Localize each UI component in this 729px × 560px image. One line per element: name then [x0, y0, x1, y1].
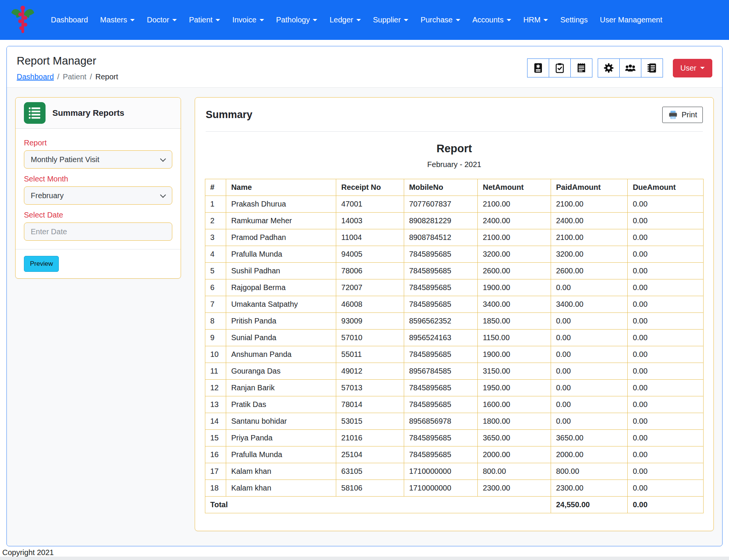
table-row: 17Kalam khan631051710000000800.00800.000… [205, 463, 704, 480]
user-dropdown-button[interactable]: User [673, 59, 712, 77]
table-row: 18Kalam khan5810617100000002300.002300.0… [205, 480, 704, 497]
table-header-cell: PaidAmount [551, 179, 628, 196]
breadcrumb: Dashboard/Patient/Report [17, 73, 118, 81]
journal-medical-icon[interactable] [527, 58, 549, 77]
top-navbar: DashboardMastersDoctorPatientInvoicePath… [0, 0, 729, 40]
table-row: 10Anshuman Panda5501178458956851900.000.… [205, 346, 704, 363]
table-cell: 58106 [336, 480, 404, 497]
chevron-down-icon [216, 19, 220, 21]
table-cell: 7077607837 [404, 196, 477, 213]
ledger-book-icon[interactable] [641, 58, 663, 77]
chevron-down-icon [172, 19, 177, 21]
month-select[interactable]: Frebruary [24, 186, 172, 205]
table-cell: 1900.00 [478, 279, 551, 296]
users-icon[interactable] [619, 58, 641, 77]
nav-item-hrm[interactable]: HRM [517, 12, 554, 28]
table-cell: 0.00 [628, 363, 704, 380]
table-cell: 1900.00 [478, 346, 551, 363]
table-cell: 0.00 [628, 213, 704, 229]
table-cell: 0.00 [628, 196, 704, 213]
table-cell: 7845895685 [404, 396, 477, 413]
table-cell: 1600.00 [478, 396, 551, 413]
report-table: #NameReceipt NoMobileNoNetAmountPaidAmou… [205, 179, 704, 513]
table-cell: 0.00 [551, 413, 628, 430]
table-cell: Prafulla Munda [226, 246, 336, 263]
table-cell: 57010 [336, 330, 404, 346]
table-cell: 57013 [336, 380, 404, 396]
table-cell: 46008 [336, 296, 404, 313]
breadcrumb-report: Report [95, 73, 118, 81]
table-row: 2Ramkumar Meher1400389082812292400.00240… [205, 213, 704, 229]
table-cell: 7845895685 [404, 296, 477, 313]
print-button[interactable]: Print [662, 107, 703, 123]
nav-item-doctor[interactable]: Doctor [141, 12, 183, 28]
printer-icon [668, 110, 678, 120]
table-row: 16Prafulla Munda2510478458956852000.0020… [205, 446, 704, 463]
summary-report-card: Summary Print Report February - 2021 [195, 97, 714, 531]
nav-item-masters[interactable]: Masters [94, 12, 141, 28]
table-cell: 8956524163 [404, 330, 477, 346]
table-cell: 2300.00 [478, 480, 551, 497]
table-cell: 800.00 [478, 463, 551, 480]
table-row: 8Pritish Panda9300985965623521850.000.00… [205, 313, 704, 330]
table-cell: 0.00 [551, 363, 628, 380]
breadcrumb-dashboard-link[interactable]: Dashboard [17, 73, 54, 81]
table-cell: 55011 [336, 346, 404, 363]
table-cell: 11 [205, 363, 226, 380]
table-cell: 7845895685 [404, 380, 477, 396]
clipboard-check-icon[interactable] [549, 58, 571, 77]
table-cell: 4 [205, 246, 226, 263]
table-cell: 2000.00 [551, 446, 628, 463]
chevron-down-icon [313, 19, 317, 21]
table-cell: Kalam khan [226, 480, 336, 497]
table-cell: 0.00 [628, 279, 704, 296]
table-row: 6Rajgopal Berma7200778458956851900.000.0… [205, 279, 704, 296]
table-cell: 2400.00 [551, 213, 628, 229]
table-header-cell: NetAmount [478, 179, 551, 196]
summary-reports-form: Report Monthly Patient Visit Select Mont… [16, 129, 181, 249]
table-row: 9Sunial Panda5701089565241631150.000.000… [205, 330, 704, 346]
table-cell: 0.00 [628, 229, 704, 246]
nav-item-dashboard[interactable]: Dashboard [45, 12, 94, 28]
table-cell: 7845895685 [404, 263, 477, 279]
table-cell: 0.00 [628, 246, 704, 263]
chevron-down-icon [456, 19, 460, 21]
table-row: 13Pratik Das7801478458956851600.000.000.… [205, 396, 704, 413]
page-title: Report Manager [17, 55, 118, 67]
nav-item-ledger[interactable]: Ledger [323, 12, 367, 28]
summary-title: Summary [206, 109, 252, 121]
nav-item-patient[interactable]: Patient [183, 12, 226, 28]
chevron-down-icon [130, 19, 135, 21]
nav-item-invoice[interactable]: Invoice [226, 12, 270, 28]
table-cell: 13 [205, 396, 226, 413]
date-input[interactable] [24, 222, 172, 241]
summary-reports-footer: Preview [16, 249, 181, 278]
content-area: Summary Reports Report Monthly Patient V… [7, 88, 722, 541]
table-cell: 7845895685 [404, 446, 477, 463]
table-cell: 9 [205, 330, 226, 346]
table-row: 5Sushil Padhan7800678458956852600.002600… [205, 263, 704, 279]
nav-item-accounts[interactable]: Accounts [466, 12, 517, 28]
table-row: 7Umakanta Satpathy4600878458956853400.00… [205, 296, 704, 313]
gear-icon[interactable] [598, 58, 620, 77]
table-cell: 0.00 [628, 263, 704, 279]
total-due-amount: 0.00 [628, 497, 704, 513]
report-select[interactable]: Monthly Patient Visit [24, 150, 172, 169]
table-cell: 18 [205, 480, 226, 497]
nav-item-supplier[interactable]: Supplier [367, 12, 414, 28]
nav-item-settings[interactable]: Settings [554, 12, 594, 28]
table-cell: 78014 [336, 396, 404, 413]
table-header-cell: # [205, 179, 226, 196]
print-button-label: Print [682, 110, 697, 119]
nav-item-pathology[interactable]: Pathology [270, 12, 324, 28]
nav-item-user-management[interactable]: User Management [594, 12, 669, 28]
table-header-cell: MobileNo [404, 179, 477, 196]
table-cell: Pramod Padhan [226, 229, 336, 246]
table-cell: 8908784512 [404, 229, 477, 246]
nav-item-purchase[interactable]: Purchase [414, 12, 466, 28]
table-cell: 0.00 [628, 346, 704, 363]
preview-button[interactable]: Preview [24, 256, 59, 272]
receipt-list-icon[interactable] [570, 58, 592, 77]
toolbar-group-1 [527, 58, 592, 77]
summary-header: Summary Print [195, 98, 713, 131]
